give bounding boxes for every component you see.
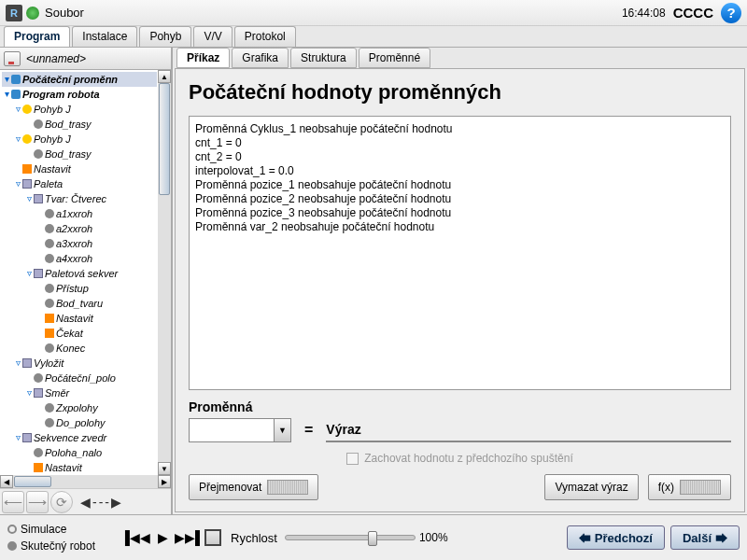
- expand-icon[interactable]: ▿: [24, 385, 34, 400]
- variables-textarea[interactable]: Proměnná Cyklus_1 neobsahuje počáteční h…: [189, 116, 731, 390]
- tree-node[interactable]: Nastavit: [2, 311, 157, 326]
- expand-icon[interactable]: ▿: [13, 430, 22, 445]
- playback-controls: ▐◀◀ ▶ ▶▶▌: [123, 527, 221, 548]
- tree-node[interactable]: Počáteční_polo: [2, 371, 157, 385]
- tree-node[interactable]: Nastavit: [2, 161, 157, 176]
- hscroll-thumb[interactable]: [14, 476, 51, 487]
- variable-dropdown[interactable]: ▼: [189, 418, 291, 442]
- keep-value-checkbox[interactable]: [346, 453, 359, 465]
- subtab-proměnné[interactable]: Proměnné: [359, 48, 430, 68]
- node-label: a3xxroh: [56, 236, 92, 251]
- tree-vscroll[interactable]: ▲ ▼: [158, 70, 171, 475]
- help-icon[interactable]: ?: [721, 3, 741, 23]
- play-icon[interactable]: ▶: [150, 527, 175, 548]
- back-button[interactable]: ⟵: [2, 491, 24, 513]
- tree-node[interactable]: Bod_trasy: [2, 147, 157, 161]
- slider-thumb[interactable]: [368, 531, 377, 546]
- main-tabs: ProgramInstalacePohybV/VProtokol: [0, 26, 747, 47]
- tab-protokol[interactable]: Protokol: [234, 26, 296, 47]
- scroll-right-icon[interactable]: ▶: [158, 475, 171, 488]
- tree-node[interactable]: Nastavit: [2, 460, 157, 475]
- subtab-grafika[interactable]: Grafika: [232, 48, 289, 68]
- expression-input[interactable]: [326, 441, 731, 442]
- fx-button[interactable]: f(x): [648, 474, 731, 500]
- tree-node[interactable]: ▿Paletová sekver: [2, 266, 157, 281]
- node-icon: [22, 134, 32, 144]
- stop-icon[interactable]: [204, 529, 221, 546]
- node-label: Do_polohy: [56, 415, 106, 430]
- tab-program[interactable]: Program: [4, 26, 70, 47]
- tree-node[interactable]: Přístup: [2, 281, 157, 296]
- node-icon: [45, 284, 54, 293]
- tree-node[interactable]: ▿Pohyb J: [2, 132, 157, 147]
- node-label: Nastavit: [56, 311, 93, 326]
- subtab-příkaz[interactable]: Příkaz: [176, 48, 230, 68]
- tree-node[interactable]: ▿Směr: [2, 385, 157, 400]
- expand-icon[interactable]: ▿: [24, 266, 34, 281]
- real-robot-label: Skutečný robot: [21, 539, 95, 553]
- tree-node[interactable]: Zxpolohy: [2, 400, 157, 415]
- expand-icon[interactable]: ▿: [24, 191, 34, 206]
- program-tree[interactable]: ▾Počáteční proměnn▾Program robota▿Pohyb …: [0, 70, 159, 475]
- expand-icon[interactable]: ▿: [13, 356, 22, 371]
- tree-node[interactable]: a3xxroh: [2, 236, 157, 251]
- expand-icon[interactable]: ▿: [13, 132, 22, 147]
- node-label: Zxpolohy: [56, 400, 98, 415]
- tree-node[interactable]: ▿Paleta: [2, 176, 157, 191]
- node-icon: [22, 433, 32, 442]
- speed-slider[interactable]: [285, 535, 416, 540]
- node-label: Nastavit: [34, 161, 71, 176]
- tree-hscroll[interactable]: ◀ ▶: [0, 475, 171, 488]
- tree-node[interactable]: a1xxroh: [2, 206, 157, 221]
- cycle-button[interactable]: ⟳: [50, 491, 73, 513]
- simulation-radio[interactable]: [7, 525, 17, 534]
- tree-node[interactable]: a4xxroh: [2, 251, 157, 266]
- prev-button[interactable]: 🡄 Předchozí: [567, 525, 665, 550]
- node-icon: [45, 314, 54, 323]
- subtab-struktura[interactable]: Struktura: [290, 48, 357, 68]
- tree-node[interactable]: Poloha_nalo: [2, 445, 157, 460]
- tree-nav-bar: ⟵ ⟶ ⟳ ◀---▶: [0, 488, 171, 514]
- tree-node[interactable]: Bod_trasy: [2, 117, 157, 132]
- tree-node[interactable]: a2xxroh: [2, 221, 157, 236]
- chevron-down-icon[interactable]: ▼: [274, 419, 290, 441]
- tab-instalace[interactable]: Instalace: [72, 26, 137, 47]
- real-robot-radio[interactable]: [7, 541, 17, 551]
- node-label: Pohyb J: [34, 132, 71, 147]
- tree-node[interactable]: ▾Počáteční proměnn: [2, 72, 157, 87]
- variable-label: Proměnná: [189, 399, 291, 414]
- node-icon: [45, 299, 54, 308]
- tab-pohyb[interactable]: Pohyb: [139, 26, 191, 47]
- tree-node[interactable]: ▾Program robota: [2, 87, 157, 102]
- skip-back-icon[interactable]: ▐◀◀: [123, 527, 148, 548]
- save-icon[interactable]: [4, 51, 21, 66]
- node-label: Paleta: [34, 176, 63, 191]
- skip-fwd-icon[interactable]: ▶▶▌: [177, 527, 202, 548]
- tree-node[interactable]: Do_polohy: [2, 415, 157, 430]
- tree-node[interactable]: ▿Tvar: Čtverec: [2, 191, 157, 206]
- vscroll-thumb[interactable]: [159, 83, 170, 195]
- expand-control[interactable]: ◀---▶: [80, 495, 123, 510]
- clear-expr-button[interactable]: Vymazat výraz: [544, 474, 638, 500]
- file-menu[interactable]: Soubor: [45, 6, 84, 20]
- tab-v/v[interactable]: V/V: [193, 26, 232, 47]
- tree-node[interactable]: Konec: [2, 341, 157, 356]
- next-button[interactable]: Další 🡆: [670, 525, 740, 550]
- tree-node[interactable]: ▿Sekvence zvedr: [2, 430, 157, 445]
- speed-value: 100%: [419, 531, 448, 544]
- expand-icon[interactable]: ▿: [13, 176, 22, 191]
- scroll-up-icon[interactable]: ▲: [158, 70, 171, 83]
- node-icon: [34, 373, 43, 383]
- tree-node[interactable]: Bod_tvaru: [2, 296, 157, 311]
- expand-icon[interactable]: ▿: [13, 102, 22, 117]
- scroll-down-icon[interactable]: ▼: [158, 462, 171, 475]
- rename-button[interactable]: Přejmenovat: [189, 474, 318, 500]
- fwd-button[interactable]: ⟶: [26, 491, 49, 513]
- simulation-label: Simulace: [21, 523, 66, 536]
- expand-icon[interactable]: ▾: [2, 87, 11, 102]
- expand-icon[interactable]: ▾: [2, 72, 11, 87]
- scroll-left-icon[interactable]: ◀: [0, 475, 13, 488]
- tree-node[interactable]: ▿Pohyb J: [2, 102, 157, 117]
- tree-node[interactable]: ▿Vyložit: [2, 356, 157, 371]
- tree-node[interactable]: Čekat: [2, 326, 157, 341]
